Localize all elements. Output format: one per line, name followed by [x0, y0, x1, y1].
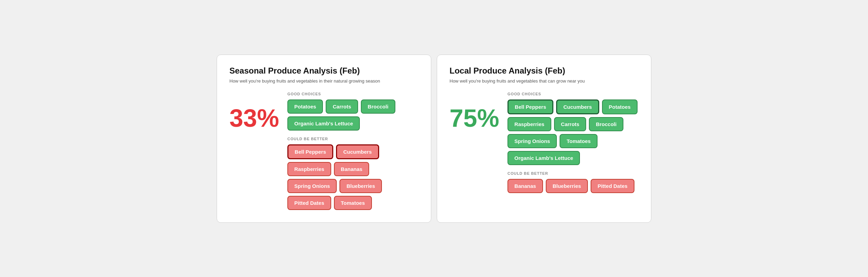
tag-potatoes: Potatoes — [287, 99, 323, 114]
seasonal-title: Seasonal Produce Analysis (Feb) — [229, 66, 418, 76]
local-title: Local Produce Analysis (Feb) — [450, 66, 639, 76]
local-bad-tags: BananasBlueberriesPitted Dates — [507, 179, 639, 193]
seasonal-percentage: 33% — [229, 106, 279, 131]
tag-raspberries: Raspberries — [287, 162, 331, 176]
tag-raspberries: Raspberries — [507, 117, 551, 131]
tag-potatoes: Potatoes — [602, 99, 638, 114]
tag-broccoli: Broccoli — [589, 117, 623, 131]
local-percentage: 75% — [450, 106, 499, 131]
tag-spring-onions: Spring Onions — [287, 179, 337, 193]
tag-bell-peppers: Bell Peppers — [507, 99, 553, 114]
seasonal-tags-section: GOOD CHOICES PotatoesCarrotsBroccoliOrga… — [287, 92, 418, 211]
local-good-label: GOOD CHOICES — [507, 92, 639, 96]
tag-broccoli: Broccoli — [361, 99, 395, 114]
tag-bell-peppers: Bell Peppers — [287, 144, 333, 159]
local-bad-label: COULD BE BETTER — [507, 171, 639, 175]
seasonal-bad-tags: Bell PeppersCucumbersRaspberriesBananasS… — [287, 144, 418, 210]
tag-blueberries: Blueberries — [546, 179, 588, 193]
tag-cucumbers: Cucumbers — [556, 99, 599, 114]
tag-carrots: Carrots — [554, 117, 586, 131]
seasonal-body: 33% GOOD CHOICES PotatoesCarrotsBroccoli… — [229, 92, 418, 211]
tag-bananas: Bananas — [507, 179, 543, 193]
tag-blueberries: Blueberries — [339, 179, 382, 193]
local-panel: Local Produce Analysis (Feb) How well yo… — [437, 55, 651, 223]
seasonal-good-tags: PotatoesCarrotsBroccoliOrganic Lamb's Le… — [287, 99, 418, 131]
tag-cucumbers: Cucumbers — [336, 144, 379, 159]
local-good-tags: Bell PeppersCucumbersPotatoesRaspberries… — [507, 99, 639, 165]
tag-pitted-dates: Pitted Dates — [591, 179, 634, 193]
tag-organic-lamb-s-lettuce: Organic Lamb's Lettuce — [287, 116, 360, 131]
local-subtitle: How well you're buying fruits and vegeta… — [450, 78, 639, 84]
tag-tomatoes: Tomatoes — [334, 196, 372, 210]
tag-carrots: Carrots — [326, 99, 358, 114]
seasonal-subtitle: How well you're buying fruits and vegeta… — [229, 78, 418, 84]
tag-pitted-dates: Pitted Dates — [287, 196, 331, 210]
local-body: 75% GOOD CHOICES Bell PeppersCucumbersPo… — [450, 92, 639, 194]
seasonal-bad-label: COULD BE BETTER — [287, 137, 418, 141]
seasonal-panel: Seasonal Produce Analysis (Feb) How well… — [217, 55, 431, 223]
seasonal-good-label: GOOD CHOICES — [287, 92, 418, 96]
local-tags-section: GOOD CHOICES Bell PeppersCucumbersPotato… — [507, 92, 639, 194]
tag-bananas: Bananas — [334, 162, 369, 176]
tag-tomatoes: Tomatoes — [560, 134, 598, 148]
tag-organic-lamb-s-lettuce: Organic Lamb's Lettuce — [507, 151, 580, 165]
tag-spring-onions: Spring Onions — [507, 134, 557, 148]
panels-container: Seasonal Produce Analysis (Feb) How well… — [217, 55, 651, 223]
